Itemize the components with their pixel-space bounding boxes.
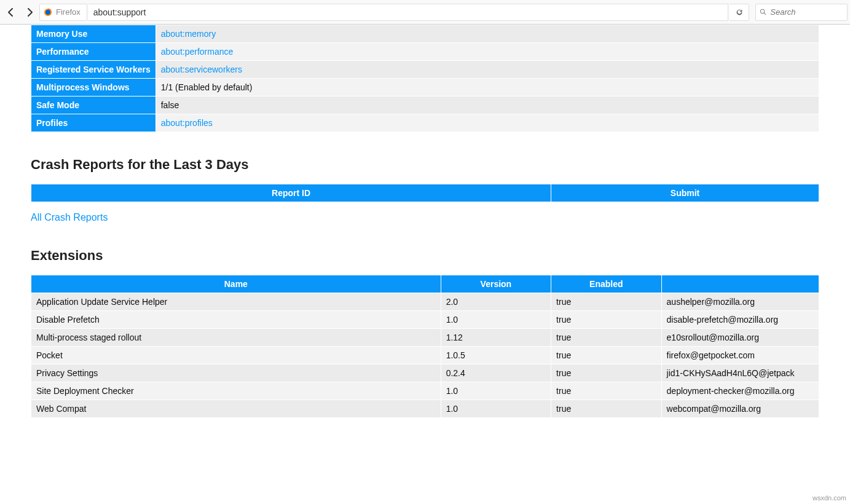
ext-cell-name: Web Compat (31, 400, 441, 418)
basics-row-value: 1/1 (Enabled by default) (155, 79, 819, 96)
ext-cell-version: 1.0.5 (441, 347, 551, 364)
crash-col-report-id: Report ID (31, 184, 551, 202)
browser-toolbar: Firefox (0, 0, 850, 25)
basics-link[interactable]: about:serviceworkers (161, 65, 242, 74)
basics-row-value[interactable]: about:profiles (155, 114, 819, 132)
crash-reports-table: Report ID Submit (31, 184, 819, 202)
ext-cell-name: Site Deployment Checker (31, 382, 441, 400)
ext-cell-enabled: true (551, 311, 661, 329)
ext-cell-version: 1.0 (441, 311, 551, 329)
arrow-right-icon (25, 7, 34, 17)
identity-box[interactable]: Firefox (39, 4, 87, 21)
ext-col-id (661, 275, 819, 293)
ext-cell-enabled: true (551, 347, 661, 364)
basics-row-label: Registered Service Workers (31, 61, 156, 79)
basics-link[interactable]: about:performance (161, 47, 234, 57)
ext-cell-name: Pocket (31, 347, 441, 364)
all-crash-reports-link[interactable]: All Crash Reports (31, 212, 108, 223)
basics-row-value[interactable]: about:serviceworkers (155, 61, 819, 79)
basics-row-value[interactable]: about:memory (155, 25, 819, 43)
basics-row-value: false (155, 96, 819, 114)
search-box[interactable] (755, 4, 848, 21)
ext-cell-name: Application Update Service Helper (31, 293, 441, 311)
svg-point-1 (45, 10, 50, 15)
basics-row-value[interactable]: about:performance (155, 43, 819, 61)
extensions-heading: Extensions (31, 248, 819, 264)
ext-cell-name: Privacy Settings (31, 364, 441, 382)
extension-row: Privacy Settings0.2.4truejid1-CKHySAadH4… (31, 364, 819, 382)
search-input[interactable] (770, 7, 843, 17)
ext-cell-enabled: true (551, 364, 661, 382)
ext-cell-version: 0.2.4 (441, 364, 551, 382)
ext-cell-enabled: true (551, 400, 661, 418)
search-icon (760, 8, 766, 16)
ext-cell-id: jid1-CKHySAadH4nL6Q@jetpack (661, 364, 819, 382)
ext-cell-enabled: true (551, 293, 661, 311)
ext-cell-id: disable-prefetch@mozilla.org (661, 311, 819, 329)
app-basics-table: Memory Useabout:memoryPerformanceabout:p… (31, 25, 819, 132)
ext-cell-id: e10srollout@mozilla.org (661, 329, 819, 347)
page-content: Memory Useabout:memoryPerformanceabout:p… (0, 25, 850, 430)
extensions-table: Name Version Enabled Application Update … (31, 275, 819, 418)
crash-col-submitted: Submit (551, 184, 819, 202)
basics-link[interactable]: about:memory (161, 29, 216, 39)
arrow-left-icon (6, 7, 16, 17)
ext-cell-name: Multi-process staged rollout (31, 329, 441, 347)
ext-cell-enabled: true (551, 382, 661, 400)
firefox-icon (44, 8, 52, 17)
reload-icon (735, 8, 744, 17)
back-button[interactable] (2, 4, 20, 21)
ext-cell-id: aushelper@mozilla.org (661, 293, 819, 311)
extension-row: Site Deployment Checker1.0truedeployment… (31, 382, 819, 400)
identity-label: Firefox (56, 7, 81, 17)
ext-cell-enabled: true (551, 329, 661, 347)
crash-reports-heading: Crash Reports for the Last 3 Days (31, 157, 819, 173)
url-bar[interactable] (89, 4, 728, 21)
extension-row: Multi-process staged rollout1.12truee10s… (31, 329, 819, 347)
extension-row: Application Update Service Helper2.0true… (31, 293, 819, 311)
basics-link[interactable]: about:profiles (161, 118, 213, 128)
basics-row-label: Memory Use (31, 25, 156, 43)
ext-cell-id: deployment-checker@mozilla.org (661, 382, 819, 400)
ext-cell-id: firefox@getpocket.com (661, 347, 819, 364)
forward-button[interactable] (21, 4, 38, 21)
ext-cell-name: Disable Prefetch (31, 311, 441, 329)
ext-col-enabled: Enabled (551, 275, 661, 293)
ext-col-name: Name (31, 275, 441, 293)
ext-cell-version: 2.0 (441, 293, 551, 311)
extension-row: Web Compat1.0truewebcompat@mozilla.org (31, 400, 819, 418)
basics-row-label: Profiles (31, 114, 156, 132)
basics-row-label: Performance (31, 43, 156, 61)
ext-cell-version: 1.0 (441, 400, 551, 418)
reload-button[interactable] (730, 4, 749, 21)
ext-cell-version: 1.0 (441, 382, 551, 400)
ext-cell-id: webcompat@mozilla.org (661, 400, 819, 418)
extension-row: Pocket1.0.5truefirefox@getpocket.com (31, 347, 819, 364)
basics-row-label: Multiprocess Windows (31, 79, 156, 96)
ext-col-version: Version (441, 275, 551, 293)
ext-cell-version: 1.12 (441, 329, 551, 347)
extension-row: Disable Prefetch1.0truedisable-prefetch@… (31, 311, 819, 329)
basics-row-label: Safe Mode (31, 96, 156, 114)
